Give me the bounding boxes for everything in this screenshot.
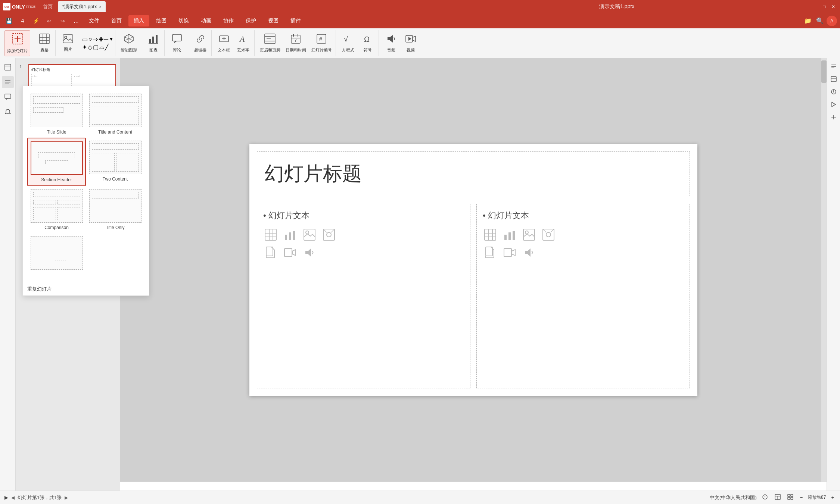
zoom-in-btn[interactable]: + (830, 494, 836, 501)
hyperlink-button[interactable]: 超链接 (191, 30, 210, 56)
nav-slides-btn[interactable] (2, 61, 14, 73)
user-avatar[interactable]: A (827, 16, 837, 26)
image-button[interactable]: 图片 (59, 30, 77, 56)
art-text-button[interactable]: A 艺术字 (234, 30, 253, 56)
print-quick-btn[interactable]: 🖨 (16, 15, 28, 27)
layout-two-content[interactable]: Two Content (86, 138, 144, 186)
equation-button[interactable]: √ 方程式 (339, 30, 358, 56)
redo-btn[interactable]: ↪ (57, 15, 69, 27)
zoom-out-btn[interactable]: − (799, 494, 805, 501)
close-button[interactable]: ✕ (830, 3, 837, 10)
play-icon[interactable]: ▶ (4, 495, 8, 500)
col1-image-icon[interactable] (302, 227, 317, 242)
window-title: 演示文稿1.pptx (425, 3, 809, 10)
vertical-scrollbar[interactable] (821, 58, 827, 482)
duplicate-slide-btn[interactable]: 重复幻灯片 (23, 283, 149, 295)
col2-smartart-icon[interactable] (541, 227, 556, 242)
properties-panel-btn[interactable] (828, 61, 839, 72)
layout-title-only[interactable]: Title Only (86, 186, 144, 233)
slide-settings-btn[interactable] (828, 74, 839, 84)
layout-title-slide[interactable]: Title Slide (27, 91, 86, 138)
file-tab-btn[interactable]: *演示文稿1.pptx × (58, 1, 106, 12)
slash-shape[interactable]: ╱ (105, 44, 109, 51)
roundrect-shape[interactable]: ▢ (93, 44, 99, 51)
header-footer-button[interactable]: 页眉和页脚 (258, 30, 283, 56)
layout-view-btn[interactable] (773, 493, 782, 502)
outline-view-btn[interactable] (2, 76, 14, 88)
scroll-thumb[interactable] (821, 60, 827, 83)
col2-file-icon[interactable] (483, 245, 498, 260)
add-slide-button[interactable]: 添加幻灯片 (4, 30, 30, 56)
col2-video-icon[interactable] (502, 245, 517, 260)
table-button[interactable]: 表格 (35, 30, 54, 56)
menu-transition[interactable]: 切换 (173, 15, 194, 26)
layout-blank[interactable] (27, 233, 86, 275)
col2-image-icon[interactable] (522, 227, 536, 242)
col1-chart-icon[interactable] (283, 227, 298, 242)
layout-section-header[interactable]: Section Header (27, 138, 86, 186)
slide-col-1[interactable]: • 幻灯片文本 (257, 204, 470, 388)
slide-num-button[interactable]: # 幻灯片编号 (309, 30, 334, 56)
plus-shape[interactable]: ✚ (99, 36, 103, 43)
menu-plugin[interactable]: 插件 (285, 15, 306, 26)
home-tab-btn[interactable]: 首页 (38, 1, 57, 12)
animation-panel-btn[interactable] (828, 99, 839, 110)
search-icon[interactable]: 🔍 (815, 16, 825, 26)
diamond-shape[interactable]: ◇ (88, 44, 92, 51)
more-panel-btn[interactable] (828, 112, 839, 122)
line-shape[interactable]: ─ (104, 36, 108, 43)
file-tab-close[interactable]: × (99, 5, 101, 9)
more-shapes[interactable]: ▼ (109, 37, 113, 42)
col1-file-icon[interactable] (263, 245, 278, 260)
rect-shape[interactable]: ▭ (82, 36, 88, 43)
notify-btn[interactable] (2, 106, 14, 118)
layout-comparison[interactable]: Comparison (27, 186, 86, 233)
video-button[interactable]: 视频 (401, 30, 420, 56)
menu-home[interactable]: 首页 (106, 15, 127, 26)
circle-shape[interactable]: ○ (88, 36, 92, 43)
layout-title-content[interactable]: Title and Content (86, 91, 144, 138)
grid-view-btn[interactable] (786, 493, 795, 502)
arrow-shape[interactable]: ⇒ (93, 36, 98, 43)
menu-protect[interactable]: 保护 (240, 15, 261, 26)
smart-shape-button[interactable]: 智能图形 (118, 30, 139, 56)
slide-col-2[interactable]: • 幻灯片文本 (476, 204, 690, 388)
spell-check-btn[interactable] (760, 493, 769, 502)
chart-button[interactable]: 图表 (144, 30, 163, 56)
slide-canvas[interactable]: 幻灯片标题 • 幻灯片文本 (249, 144, 697, 396)
menu-collaborate[interactable]: 协作 (218, 15, 239, 26)
col1-table-icon[interactable] (263, 227, 278, 242)
datetime-button[interactable]: 日期和时间 (283, 30, 308, 56)
more-quick-btn[interactable]: … (70, 15, 82, 27)
comment-button[interactable]: 评论 (168, 30, 186, 56)
undo-btn[interactable]: ↩ (43, 15, 55, 27)
save-quick-btn[interactable]: 💾 (3, 15, 15, 27)
menu-view[interactable]: 视图 (263, 15, 284, 26)
svg-rect-65 (284, 248, 292, 257)
col2-audio-icon[interactable] (522, 245, 536, 260)
minimize-button[interactable]: ─ (812, 3, 819, 10)
star-shape[interactable]: ✦ (82, 44, 87, 51)
slide-title-placeholder[interactable]: 幻灯片标题 (257, 151, 690, 196)
menu-insert[interactable]: 插入 (128, 15, 149, 26)
next-slide-btn[interactable]: ▶ (65, 495, 68, 500)
col2-table-icon[interactable] (483, 227, 498, 242)
quick-print-btn[interactable]: ⚡ (30, 15, 42, 27)
menu-draw[interactable]: 绘图 (151, 15, 172, 26)
col1-smartart-icon[interactable] (321, 227, 336, 242)
symbol-button[interactable]: Ω 符号 (358, 30, 377, 56)
col2-chart-icon[interactable] (502, 227, 517, 242)
textbox-button[interactable]: 文本框 (215, 30, 233, 56)
svg-text:Ω: Ω (364, 35, 370, 43)
menu-animation[interactable]: 动画 (196, 15, 217, 26)
audio-button[interactable]: 音频 (382, 30, 401, 56)
format-btn[interactable] (828, 87, 839, 97)
col1-audio-icon[interactable] (302, 245, 317, 260)
comments-panel-btn[interactable] (2, 91, 14, 103)
maximize-button[interactable]: □ (821, 3, 828, 10)
col1-video-icon[interactable] (283, 245, 298, 260)
prev-slide-btn[interactable]: ◀ (11, 495, 15, 500)
folder-icon[interactable]: 📁 (803, 16, 813, 26)
menu-file[interactable]: 文件 (84, 15, 105, 26)
trapezoid-shape[interactable]: ⌓ (99, 44, 104, 50)
